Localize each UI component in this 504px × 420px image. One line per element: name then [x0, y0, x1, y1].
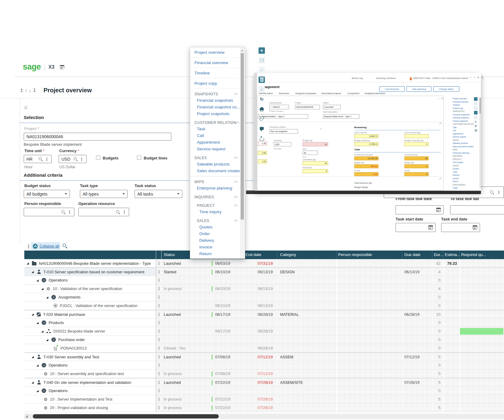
row-options-icon[interactable]: ⋮	[157, 361, 161, 370]
column-header-status[interactable]: Status	[164, 251, 175, 259]
column-header-estima[interactable]: Estima...	[445, 251, 460, 259]
menu-item-call[interactable]: Call	[190, 132, 240, 139]
row-options-icon[interactable]: ⋮	[157, 395, 161, 404]
budget-status-select[interactable]: All budgets	[24, 190, 70, 198]
confirm-icon[interactable]	[474, 106, 478, 110]
status-input[interactable]: Launched	[323, 105, 341, 109]
currency-input[interactable]: USD⋮	[59, 155, 87, 163]
search-icon[interactable]	[490, 190, 494, 195]
edge-value-field[interactable]: 4.56	[258, 151, 267, 155]
column-header-required-qu[interactable]: Required qu...	[461, 251, 486, 259]
tree-cell[interactable]: ◢T-010 Server specification based on cus…	[24, 268, 156, 276]
calendar-icon[interactable]	[60, 65, 64, 69]
row-options-icon[interactable]: ⋮	[157, 302, 161, 310]
mini-menu-sales-document-creation[interactable]: Sales document creation	[453, 145, 479, 149]
menu-item-financial-snapshot-co[interactable]: Financial snapshot co...	[190, 104, 240, 111]
table-row[interactable]: ◢›Operations⋮0	[24, 361, 504, 370]
task-type-select[interactable]: All types	[80, 190, 128, 198]
scroll-thumb[interactable]	[33, 414, 219, 418]
menu-item-timeline[interactable]: Timeline	[190, 68, 240, 78]
tree-cell[interactable]: ⚙10 : Server Implementation and Test	[24, 395, 156, 403]
scroll-down-icon[interactable]: ↓	[29, 88, 31, 93]
tree-cell[interactable]: ◢›Purchase order	[24, 336, 156, 344]
tree-cell[interactable]: ◢T-040 On site server implementation and…	[24, 378, 156, 386]
menu-item-enterprise-planning[interactable]: Enterprise planning	[190, 185, 240, 192]
menu-item-time-inquiry[interactable]: Time inquiry	[190, 209, 240, 215]
table-row[interactable]: ◢T-040 On site server implementation and…	[24, 378, 504, 387]
row-options-icon[interactable]: ⋮	[157, 336, 161, 344]
search-icon[interactable]	[38, 157, 43, 161]
tree-cell[interactable]: ◢NA0131906000046 Bespoke Blade server im…	[24, 259, 156, 267]
tree-cell[interactable]: PJGCL : Validation of the server specifi…	[24, 302, 156, 310]
menu-section-inquiries[interactable]: INQUIRIES	[190, 192, 240, 200]
tree-cell[interactable]: ◢›Products	[24, 319, 156, 327]
options-icon[interactable]: ⋮	[497, 190, 501, 194]
expander-icon[interactable]: ◢	[36, 279, 41, 282]
mini-menu-invoice[interactable]: Invoice	[453, 177, 479, 180]
provisional-qty-field[interactable]: 28	[404, 156, 429, 160]
options-icon[interactable]: ⋮	[122, 210, 126, 214]
column-header-category[interactable]: Category	[280, 251, 296, 259]
tree-cell[interactable]: ◢⚙10 : Validation of the server specific…	[24, 285, 156, 293]
row-options-icon[interactable]: ⋮	[157, 285, 161, 293]
budget-remaining-qty-field[interactable]: -1	[404, 142, 429, 146]
to-task-due-date-input[interactable]	[450, 205, 504, 214]
row-options-icon[interactable]: ⋮	[157, 310, 161, 319]
overlay-tab-assigned-employees[interactable]: Assigned employees	[295, 92, 316, 95]
home-icon[interactable]: ⌂	[24, 104, 27, 110]
left-to-commit-qty-field[interactable]	[404, 134, 429, 138]
tree-cell[interactable]: ◢›Operations	[24, 361, 156, 369]
tree-cell[interactable]: ◢DIS021 Bespoke blade server	[24, 327, 156, 335]
task-start-date-input[interactable]	[396, 223, 436, 232]
save-icon[interactable]	[474, 102, 478, 105]
delete-icon[interactable]	[474, 111, 478, 114]
budget-qty-field[interactable]: 24	[303, 142, 328, 146]
committed-qty-field[interactable]: 20	[303, 161, 328, 165]
refresh-icon[interactable]: ○	[320, 127, 321, 130]
print-icon[interactable]	[259, 106, 265, 112]
collapse-all-button[interactable]: Collapse all	[31, 242, 60, 250]
menu-item-financial-snapshots[interactable]: Financial snapshots	[190, 97, 240, 104]
grid-menu-icon[interactable]: ⋮	[26, 244, 31, 249]
row-options-icon[interactable]: ⋮	[157, 327, 161, 336]
tool-icon[interactable]: ▤	[475, 129, 477, 132]
menu-item-delivery[interactable]: Delivery	[190, 237, 240, 244]
table-row[interactable]: ◢NA0131906000046 Bespoke Blade server im…	[24, 259, 504, 268]
project-input[interactable]: NA0131906000046	[24, 133, 171, 141]
mini-menu-saleable-products[interactable]: Saleable products	[453, 142, 479, 145]
time-unit-input[interactable]: HR⋮	[24, 155, 52, 163]
share-icon[interactable]	[259, 135, 265, 141]
description-input[interactable]: er implementation - Type C	[258, 114, 308, 119]
tree-cell[interactable]: ◢T-030 Server assembly and Test	[24, 353, 156, 361]
row-options-icon[interactable]: ⋮	[157, 370, 161, 378]
table-row[interactable]: ◢T-030 Server assembly and Test⋮Launched…	[24, 353, 504, 361]
table-row[interactable]: ⚙10 : Server Implementation and Test⋮In …	[24, 395, 504, 404]
table-row[interactable]: PJGCL : Validation of the server specifi…	[24, 302, 504, 310]
budget-lines-checkbox[interactable]	[137, 155, 141, 160]
scroll-first-icon[interactable]: ↥	[20, 88, 24, 93]
expander-icon[interactable]: ◢	[36, 364, 41, 367]
mini-menu-return[interactable]: Return	[453, 180, 479, 183]
short-description-input[interactable]: Bespoke Blade server - Type C	[323, 114, 359, 119]
mini-scrollbar[interactable]	[479, 97, 481, 188]
row-options-icon[interactable]: ⋮	[157, 293, 161, 302]
scroll-up-icon[interactable]: ↑	[25, 88, 28, 93]
mini-menu-time-inquiry[interactable]: Time inquiry	[453, 161, 479, 164]
options-icon[interactable]: ⋮	[80, 157, 84, 161]
row-options-icon[interactable]: ⋮	[157, 378, 161, 387]
delete-icon[interactable]	[259, 77, 265, 83]
scroll-last-icon[interactable]: ↧	[33, 88, 37, 93]
menu-section-snapshots[interactable]: SNAPSHOTS	[190, 89, 240, 97]
column-header-end-date[interactable]: End date	[245, 251, 261, 259]
left-to-commit-field[interactable]: 3,548.72	[354, 134, 379, 138]
table-row[interactable]: ◢T-010 Server specification based on cus…	[24, 268, 504, 276]
menu-section-customer-relation[interactable]: CUSTOMER RELATION	[190, 117, 240, 126]
cost-structure-button[interactable]: Cost structure	[379, 86, 405, 92]
menu-item-project-snapshots[interactable]: Project snapshots	[190, 111, 240, 117]
overlay-tab-competitors[interactable]: Competitors	[347, 92, 359, 95]
row-options-icon[interactable]: ⋮	[157, 353, 161, 361]
table-row[interactable]: ◢›Operations⋮0	[24, 387, 504, 395]
column-header-due-date[interactable]: Due date	[404, 251, 420, 259]
table-row[interactable]: ⚙20 : Project validation and closing⋮In …	[24, 404, 504, 412]
table-row[interactable]: ◢DIS021 Bespoke blade server⋮06/17/1906/…	[24, 327, 504, 336]
